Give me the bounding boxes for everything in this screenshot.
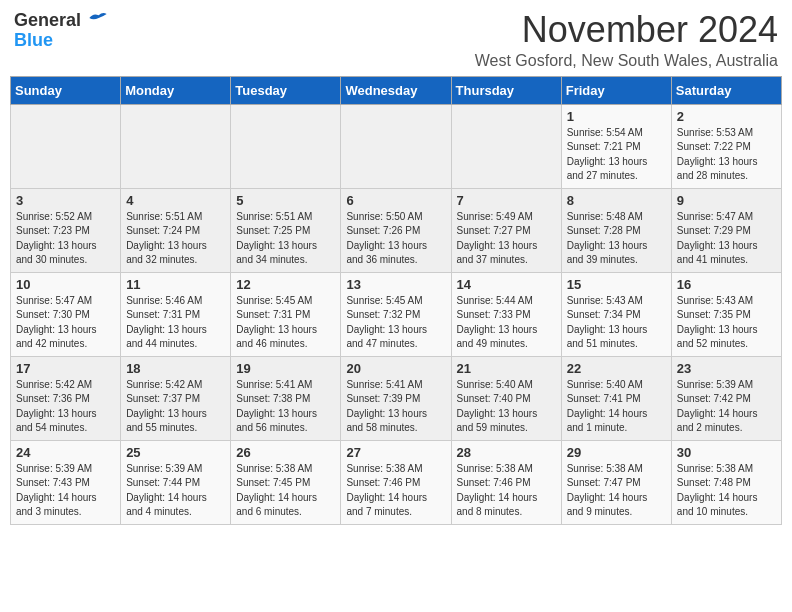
day-number: 22 <box>567 361 666 376</box>
day-info: Sunrise: 5:53 AMSunset: 7:22 PMDaylight:… <box>677 126 776 184</box>
day-number: 27 <box>346 445 445 460</box>
day-info: Sunrise: 5:45 AMSunset: 7:31 PMDaylight:… <box>236 294 335 352</box>
day-info: Sunrise: 5:52 AMSunset: 7:23 PMDaylight:… <box>16 210 115 268</box>
day-info: Sunrise: 5:41 AMSunset: 7:38 PMDaylight:… <box>236 378 335 436</box>
day-info: Sunrise: 5:54 AMSunset: 7:21 PMDaylight:… <box>567 126 666 184</box>
day-number: 2 <box>677 109 776 124</box>
day-info: Sunrise: 5:40 AMSunset: 7:41 PMDaylight:… <box>567 378 666 436</box>
day-info: Sunrise: 5:40 AMSunset: 7:40 PMDaylight:… <box>457 378 556 436</box>
day-number: 8 <box>567 193 666 208</box>
day-number: 30 <box>677 445 776 460</box>
calendar-cell: 25Sunrise: 5:39 AMSunset: 7:44 PMDayligh… <box>121 440 231 524</box>
calendar-cell: 16Sunrise: 5:43 AMSunset: 7:35 PMDayligh… <box>671 272 781 356</box>
day-info: Sunrise: 5:44 AMSunset: 7:33 PMDaylight:… <box>457 294 556 352</box>
calendar-cell: 1Sunrise: 5:54 AMSunset: 7:21 PMDaylight… <box>561 104 671 188</box>
calendar-cell: 8Sunrise: 5:48 AMSunset: 7:28 PMDaylight… <box>561 188 671 272</box>
calendar-cell: 23Sunrise: 5:39 AMSunset: 7:42 PMDayligh… <box>671 356 781 440</box>
page-header: General Blue November 2024 West Gosford,… <box>10 10 782 70</box>
calendar-cell: 20Sunrise: 5:41 AMSunset: 7:39 PMDayligh… <box>341 356 451 440</box>
logo-blue: Blue <box>14 31 53 51</box>
calendar-cell: 22Sunrise: 5:40 AMSunset: 7:41 PMDayligh… <box>561 356 671 440</box>
calendar-cell: 28Sunrise: 5:38 AMSunset: 7:46 PMDayligh… <box>451 440 561 524</box>
calendar-cell: 13Sunrise: 5:45 AMSunset: 7:32 PMDayligh… <box>341 272 451 356</box>
day-number: 25 <box>126 445 225 460</box>
day-number: 21 <box>457 361 556 376</box>
calendar-cell: 27Sunrise: 5:38 AMSunset: 7:46 PMDayligh… <box>341 440 451 524</box>
day-info: Sunrise: 5:48 AMSunset: 7:28 PMDaylight:… <box>567 210 666 268</box>
day-info: Sunrise: 5:41 AMSunset: 7:39 PMDaylight:… <box>346 378 445 436</box>
day-number: 26 <box>236 445 335 460</box>
calendar-cell: 11Sunrise: 5:46 AMSunset: 7:31 PMDayligh… <box>121 272 231 356</box>
week-row-2: 3Sunrise: 5:52 AMSunset: 7:23 PMDaylight… <box>11 188 782 272</box>
day-number: 10 <box>16 277 115 292</box>
day-info: Sunrise: 5:47 AMSunset: 7:30 PMDaylight:… <box>16 294 115 352</box>
calendar-cell: 9Sunrise: 5:47 AMSunset: 7:29 PMDaylight… <box>671 188 781 272</box>
week-row-4: 17Sunrise: 5:42 AMSunset: 7:36 PMDayligh… <box>11 356 782 440</box>
calendar-cell: 2Sunrise: 5:53 AMSunset: 7:22 PMDaylight… <box>671 104 781 188</box>
weekday-header-wednesday: Wednesday <box>341 76 451 104</box>
day-info: Sunrise: 5:38 AMSunset: 7:47 PMDaylight:… <box>567 462 666 520</box>
day-number: 4 <box>126 193 225 208</box>
day-number: 7 <box>457 193 556 208</box>
day-number: 1 <box>567 109 666 124</box>
day-info: Sunrise: 5:43 AMSunset: 7:34 PMDaylight:… <box>567 294 666 352</box>
day-info: Sunrise: 5:38 AMSunset: 7:46 PMDaylight:… <box>457 462 556 520</box>
calendar-cell: 6Sunrise: 5:50 AMSunset: 7:26 PMDaylight… <box>341 188 451 272</box>
day-number: 12 <box>236 277 335 292</box>
calendar-cell <box>341 104 451 188</box>
day-info: Sunrise: 5:39 AMSunset: 7:42 PMDaylight:… <box>677 378 776 436</box>
day-info: Sunrise: 5:45 AMSunset: 7:32 PMDaylight:… <box>346 294 445 352</box>
day-number: 9 <box>677 193 776 208</box>
day-info: Sunrise: 5:46 AMSunset: 7:31 PMDaylight:… <box>126 294 225 352</box>
day-info: Sunrise: 5:39 AMSunset: 7:44 PMDaylight:… <box>126 462 225 520</box>
calendar-cell: 5Sunrise: 5:51 AMSunset: 7:25 PMDaylight… <box>231 188 341 272</box>
day-info: Sunrise: 5:38 AMSunset: 7:45 PMDaylight:… <box>236 462 335 520</box>
day-number: 29 <box>567 445 666 460</box>
calendar-cell: 18Sunrise: 5:42 AMSunset: 7:37 PMDayligh… <box>121 356 231 440</box>
day-number: 5 <box>236 193 335 208</box>
week-row-5: 24Sunrise: 5:39 AMSunset: 7:43 PMDayligh… <box>11 440 782 524</box>
calendar-cell <box>451 104 561 188</box>
weekday-header-tuesday: Tuesday <box>231 76 341 104</box>
calendar-cell: 29Sunrise: 5:38 AMSunset: 7:47 PMDayligh… <box>561 440 671 524</box>
day-info: Sunrise: 5:47 AMSunset: 7:29 PMDaylight:… <box>677 210 776 268</box>
weekday-header-monday: Monday <box>121 76 231 104</box>
calendar-cell: 10Sunrise: 5:47 AMSunset: 7:30 PMDayligh… <box>11 272 121 356</box>
month-title: November 2024 <box>475 10 778 50</box>
day-number: 16 <box>677 277 776 292</box>
calendar-cell: 21Sunrise: 5:40 AMSunset: 7:40 PMDayligh… <box>451 356 561 440</box>
weekday-header-row: SundayMondayTuesdayWednesdayThursdayFrid… <box>11 76 782 104</box>
calendar-cell: 30Sunrise: 5:38 AMSunset: 7:48 PMDayligh… <box>671 440 781 524</box>
day-number: 13 <box>346 277 445 292</box>
day-number: 6 <box>346 193 445 208</box>
day-info: Sunrise: 5:38 AMSunset: 7:48 PMDaylight:… <box>677 462 776 520</box>
day-number: 28 <box>457 445 556 460</box>
calendar-cell <box>11 104 121 188</box>
calendar-cell <box>231 104 341 188</box>
title-block: November 2024 West Gosford, New South Wa… <box>475 10 778 70</box>
day-number: 23 <box>677 361 776 376</box>
day-info: Sunrise: 5:39 AMSunset: 7:43 PMDaylight:… <box>16 462 115 520</box>
calendar-cell: 17Sunrise: 5:42 AMSunset: 7:36 PMDayligh… <box>11 356 121 440</box>
day-number: 3 <box>16 193 115 208</box>
day-number: 17 <box>16 361 115 376</box>
calendar-cell: 4Sunrise: 5:51 AMSunset: 7:24 PMDaylight… <box>121 188 231 272</box>
location-subtitle: West Gosford, New South Wales, Australia <box>475 52 778 70</box>
calendar-cell: 26Sunrise: 5:38 AMSunset: 7:45 PMDayligh… <box>231 440 341 524</box>
day-info: Sunrise: 5:51 AMSunset: 7:24 PMDaylight:… <box>126 210 225 268</box>
day-info: Sunrise: 5:42 AMSunset: 7:37 PMDaylight:… <box>126 378 225 436</box>
day-number: 15 <box>567 277 666 292</box>
day-info: Sunrise: 5:42 AMSunset: 7:36 PMDaylight:… <box>16 378 115 436</box>
day-number: 14 <box>457 277 556 292</box>
day-info: Sunrise: 5:51 AMSunset: 7:25 PMDaylight:… <box>236 210 335 268</box>
weekday-header-saturday: Saturday <box>671 76 781 104</box>
calendar-cell <box>121 104 231 188</box>
weekday-header-friday: Friday <box>561 76 671 104</box>
logo-general: General <box>14 10 81 30</box>
logo: General Blue <box>14 10 108 51</box>
day-number: 18 <box>126 361 225 376</box>
weekday-header-thursday: Thursday <box>451 76 561 104</box>
calendar-cell: 12Sunrise: 5:45 AMSunset: 7:31 PMDayligh… <box>231 272 341 356</box>
day-info: Sunrise: 5:38 AMSunset: 7:46 PMDaylight:… <box>346 462 445 520</box>
calendar-cell: 24Sunrise: 5:39 AMSunset: 7:43 PMDayligh… <box>11 440 121 524</box>
